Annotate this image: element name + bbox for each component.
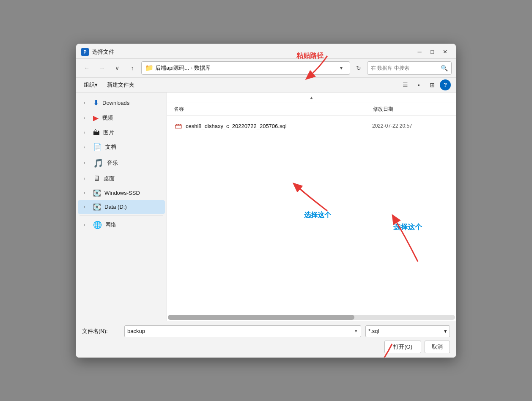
sidebar-item-data-d[interactable]: › 💽 Data (D:) [78,200,165,214]
filename-row: 文件名(N): ▾ *.sql ▾ [82,325,450,337]
videos-icon: ▶ [93,114,99,123]
column-name-header: 名称 [174,106,373,113]
file-scrollbar-thumb [168,315,354,320]
sidebar-item-documents[interactable]: › 📄 文档 [78,140,165,155]
path-part2: 数据库 [194,64,211,72]
minimize-button[interactable]: ─ [414,47,425,57]
music-icon: 🎵 [93,158,104,168]
up-button[interactable]: ↑ [126,62,139,74]
sidebar-item-windows-ssd[interactable]: › 💽 Windows-SSD [78,186,165,200]
chevron-icon: › [84,176,90,181]
sidebar-item-music[interactable]: › 🎵 音乐 [78,155,165,171]
downloads-icon: ⬇ [93,98,99,107]
sidebar: › ⬇ Downloads › ▶ 视频 › 🏔 图片 › 📄 文档 › � [76,93,167,321]
dropdown-button[interactable]: ∨ [111,62,123,74]
chevron-icon: › [84,116,90,120]
chevron-icon: › [84,191,90,195]
address-dropdown-button[interactable]: ▾ [336,63,346,73]
help-button[interactable]: ? [440,79,451,90]
folder-icon: 📁 [145,64,154,72]
filetype-dropdown-icon: ▾ [444,328,447,334]
view-split-button[interactable]: ▪ [413,79,425,90]
sidebar-item-label: Data (D:) [104,204,127,210]
organize-button[interactable]: 组织▾ [81,79,100,90]
file-scrollbar[interactable] [168,315,455,320]
sidebar-divider [80,216,163,216]
search-icon: 🔍 [441,65,448,71]
back-button[interactable]: ← [80,62,93,74]
sidebar-item-label: 图片 [103,129,114,136]
refresh-button[interactable]: ↻ [353,62,365,74]
path-separator: › [191,65,192,71]
chevron-icon: › [84,223,90,227]
file-date: 2022-07-22 20:57 [372,123,448,129]
title-bar-left: P 选择文件 [81,48,114,56]
sidebar-item-desktop[interactable]: › 🖥 桌面 [78,172,165,186]
title-bar: P 选择文件 ─ □ ✕ [76,44,456,59]
forward-button[interactable]: → [96,62,108,74]
view-list-button[interactable]: ☰ [399,79,411,90]
desktop-icon: 🖥 [93,175,100,183]
search-bar: 🔍 [367,61,452,75]
windows-ssd-icon: 💽 [93,189,101,197]
main-area: › ⬇ Downloads › ▶ 视频 › 🏔 图片 › 📄 文档 › � [76,93,456,321]
sidebar-item-network[interactable]: › 🌐 网络 [78,218,165,232]
sidebar-item-label: 网络 [105,221,116,229]
chevron-icon: › [84,161,90,165]
bottom-bar: 文件名(N): ▾ *.sql ▾ 打开(O) 取消 [76,321,456,357]
pictures-icon: 🏔 [93,129,100,136]
chevron-icon: › [84,145,90,150]
title-bar-right: ─ □ ✕ [414,47,451,57]
address-path: 后端api源码... › 数据库 [155,64,335,72]
data-d-icon: 💽 [93,203,101,211]
new-folder-button[interactable]: 新建文件夹 [104,79,137,90]
sql-file-icon: 🗃 [175,122,182,131]
view-layout-button[interactable]: ⊞ [426,79,438,90]
sidebar-item-label: Windows-SSD [104,190,140,196]
open-button[interactable]: 打开(O) [384,341,421,353]
table-row[interactable]: 🗃 ceshi8_dishaxy_c_20220722_205706.sql 2… [167,117,456,135]
app-icon: P [81,48,89,56]
file-name: ceshi8_dishaxy_c_20220722_205706.sql [186,123,369,129]
file-area: ▲ 名称 修改日期 🗃 ceshi8_dishaxy_c_20220722_20… [167,93,456,321]
filename-input[interactable] [127,328,354,334]
sidebar-item-label: 音乐 [107,159,118,167]
network-icon: 🌐 [93,221,102,229]
filetype-value: *.sql [368,328,379,334]
column-date-header: 修改日期 [373,106,449,113]
path-part1: 后端api源码... [155,64,189,72]
file-list: 🗃 ceshi8_dishaxy_c_20220722_205706.sql 2… [167,116,456,315]
filename-label: 文件名(N): [82,327,120,335]
filename-dropdown-button[interactable]: ▾ [354,327,358,335]
sidebar-item-label: Downloads [102,100,129,106]
sidebar-item-pictures[interactable]: › 🏔 图片 [78,126,165,139]
close-button[interactable]: ✕ [439,47,451,57]
sidebar-item-label: 视频 [102,114,113,122]
action-bar-right: ☰ ▪ ⊞ ? [399,79,451,90]
action-bar: 组织▾ 新建文件夹 ☰ ▪ ⊞ ? [76,78,456,93]
address-toolbar: ← → ∨ ↑ 📁 后端api源码... › 数据库 ▾ ↻ 🔍 [76,59,456,78]
dialog-title: 选择文件 [92,48,114,56]
chevron-icon: › [84,205,90,209]
sidebar-item-label: 文档 [105,143,116,151]
file-header: ▲ [167,93,456,103]
up-sort-icon: ▲ [309,95,314,100]
file-columns: 名称 修改日期 [167,103,456,116]
filetype-select[interactable]: *.sql ▾ [365,325,450,337]
search-input[interactable] [371,65,438,71]
file-dialog: P 选择文件 ─ □ ✕ ← → ∨ ↑ 📁 后端api源码... › 数据库 … [76,44,456,358]
sidebar-item-label: 桌面 [104,175,115,183]
documents-icon: 📄 [93,143,102,152]
action-row: 打开(O) 取消 [82,341,450,353]
maximize-button[interactable]: □ [426,47,438,57]
sidebar-item-videos[interactable]: › ▶ 视频 [78,111,165,125]
cancel-button[interactable]: 取消 [425,341,450,353]
chevron-icon: › [84,130,90,135]
address-bar[interactable]: 📁 后端api源码... › 数据库 ▾ [141,61,350,75]
chevron-icon: › [84,101,90,105]
sidebar-item-downloads[interactable]: › ⬇ Downloads [78,95,165,110]
filename-input-wrap: ▾ [124,325,361,337]
